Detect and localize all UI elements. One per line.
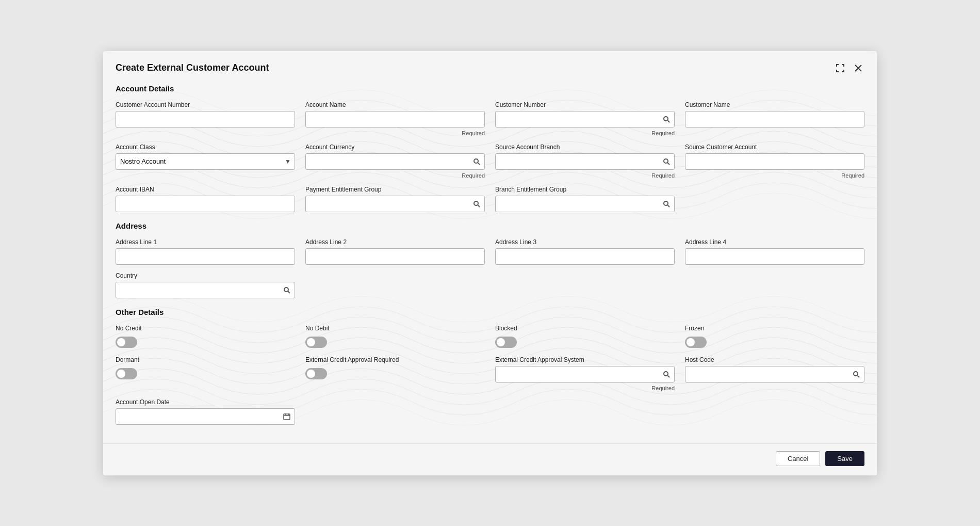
- country-search-button[interactable]: [279, 282, 295, 298]
- account-open-date-input[interactable]: [116, 408, 295, 425]
- svg-line-17: [858, 375, 860, 377]
- frozen-toggle[interactable]: [685, 337, 707, 348]
- dormant-slider: [116, 368, 137, 379]
- customer-number-search-button[interactable]: [658, 111, 675, 127]
- country-input[interactable]: [116, 282, 295, 298]
- customer-name-field: Customer Name: [685, 101, 864, 136]
- save-button[interactable]: Save: [825, 451, 864, 466]
- blocked-slider: [495, 337, 517, 348]
- svg-point-14: [664, 372, 668, 376]
- account-currency-label: Account Currency: [305, 144, 485, 151]
- account-name-input[interactable]: [305, 111, 485, 127]
- customer-number-required: Required: [495, 130, 675, 136]
- no-credit-toggle[interactable]: [116, 337, 137, 348]
- svg-point-16: [854, 372, 858, 376]
- no-debit-slider: [305, 337, 327, 348]
- account-name-label: Account Name: [305, 101, 485, 108]
- account-name-field: Account Name Required: [305, 101, 485, 136]
- address-line-1-input[interactable]: [116, 248, 295, 265]
- other-details-section: Other Details No Credit No Debit: [116, 308, 864, 425]
- svg-point-10: [664, 201, 668, 205]
- country-field: Country: [116, 272, 295, 298]
- blocked-toggle[interactable]: [495, 337, 517, 348]
- frozen-slider: [685, 337, 707, 348]
- address-section: Address Address Line 1 Address Line 2 Ad…: [116, 221, 864, 298]
- external-credit-approval-system-input[interactable]: [495, 366, 675, 382]
- source-customer-account-input[interactable]: [685, 153, 864, 170]
- host-code-search-button[interactable]: [848, 366, 864, 382]
- country-label: Country: [116, 272, 295, 279]
- address-line-4-label: Address Line 4: [685, 238, 864, 246]
- svg-line-5: [478, 163, 480, 165]
- external-credit-approval-system-label: External Credit Approval System: [495, 356, 675, 363]
- address-line-2-label: Address Line 2: [305, 238, 485, 246]
- close-button[interactable]: [852, 62, 864, 74]
- account-iban-input[interactable]: [116, 196, 295, 212]
- external-credit-approval-required-slider: [305, 368, 327, 379]
- branch-entitlement-group-label: Branch Entitlement Group: [495, 186, 675, 193]
- no-credit-field: No Credit: [116, 325, 295, 349]
- svg-line-3: [668, 120, 670, 122]
- search-icon: [663, 158, 670, 165]
- payment-entitlement-group-field: Payment Entitlement Group: [305, 186, 485, 212]
- no-credit-slider: [116, 337, 137, 348]
- customer-name-input[interactable]: [685, 111, 864, 127]
- customer-account-number-label: Customer Account Number: [116, 101, 295, 108]
- source-account-branch-field: Source Account Branch Required: [495, 144, 675, 179]
- svg-point-4: [474, 159, 478, 163]
- address-line-1-label: Address Line 1: [116, 238, 295, 246]
- address-section-title: Address: [116, 221, 864, 230]
- account-iban-field: Account IBAN: [116, 186, 295, 212]
- payment-entitlement-group-label: Payment Entitlement Group: [305, 186, 485, 193]
- external-credit-approval-required-field: External Credit Approval Required: [305, 356, 485, 391]
- create-external-customer-account-modal: Create External Customer Account Account…: [103, 51, 877, 475]
- source-account-branch-input[interactable]: [495, 153, 675, 170]
- external-credit-approval-required-toggle[interactable]: [305, 368, 327, 379]
- blocked-label: Blocked: [495, 325, 675, 332]
- dormant-toggle[interactable]: [116, 368, 137, 379]
- payment-entitlement-group-input[interactable]: [305, 196, 485, 212]
- customer-account-number-input[interactable]: [116, 111, 295, 127]
- account-currency-search-button[interactable]: [468, 153, 485, 170]
- cancel-button[interactable]: Cancel: [776, 451, 820, 466]
- account-open-date-field: Account Open Date: [116, 399, 295, 425]
- svg-line-13: [288, 291, 290, 293]
- address-line-4-input[interactable]: [685, 248, 864, 265]
- account-open-date-calendar-button[interactable]: [279, 408, 295, 425]
- account-iban-label: Account IBAN: [116, 186, 295, 193]
- external-credit-approval-system-search-button[interactable]: [658, 366, 675, 382]
- source-account-branch-required: Required: [495, 172, 675, 179]
- svg-rect-18: [284, 414, 290, 420]
- svg-line-11: [668, 205, 670, 207]
- branch-entitlement-group-search-button[interactable]: [658, 196, 675, 212]
- payment-entitlement-group-search-button[interactable]: [468, 196, 485, 212]
- account-details-title: Account Details: [116, 84, 864, 93]
- frozen-field: Frozen: [685, 325, 864, 349]
- svg-point-8: [474, 201, 478, 205]
- host-code-input[interactable]: [685, 366, 864, 382]
- address-line-3-input[interactable]: [495, 248, 675, 265]
- host-code-label: Host Code: [685, 356, 864, 363]
- account-class-select[interactable]: Nostro Account Current Account Savings A…: [116, 153, 295, 170]
- host-code-field: Host Code: [685, 356, 864, 391]
- address-line-2-input[interactable]: [305, 248, 485, 265]
- branch-entitlement-group-input[interactable]: [495, 196, 675, 212]
- frozen-label: Frozen: [685, 325, 864, 332]
- account-currency-input[interactable]: [305, 153, 485, 170]
- search-icon: [853, 371, 860, 378]
- customer-account-number-field: Customer Account Number: [116, 101, 295, 136]
- external-credit-approval-system-required: Required: [495, 385, 675, 391]
- customer-number-input[interactable]: [495, 111, 675, 127]
- source-account-branch-search-button[interactable]: [658, 153, 675, 170]
- search-icon: [663, 116, 670, 123]
- account-class-label: Account Class: [116, 144, 295, 151]
- source-account-branch-label: Source Account Branch: [495, 144, 675, 151]
- account-details-section: Account Details Customer Account Number …: [116, 84, 864, 212]
- svg-point-12: [284, 288, 288, 292]
- modal-header: Create External Customer Account: [116, 61, 864, 75]
- modal-title: Create External Customer Account: [116, 62, 269, 73]
- maximize-button[interactable]: [834, 61, 847, 75]
- calendar-icon: [283, 413, 290, 420]
- search-icon: [473, 200, 480, 208]
- no-debit-toggle[interactable]: [305, 337, 327, 348]
